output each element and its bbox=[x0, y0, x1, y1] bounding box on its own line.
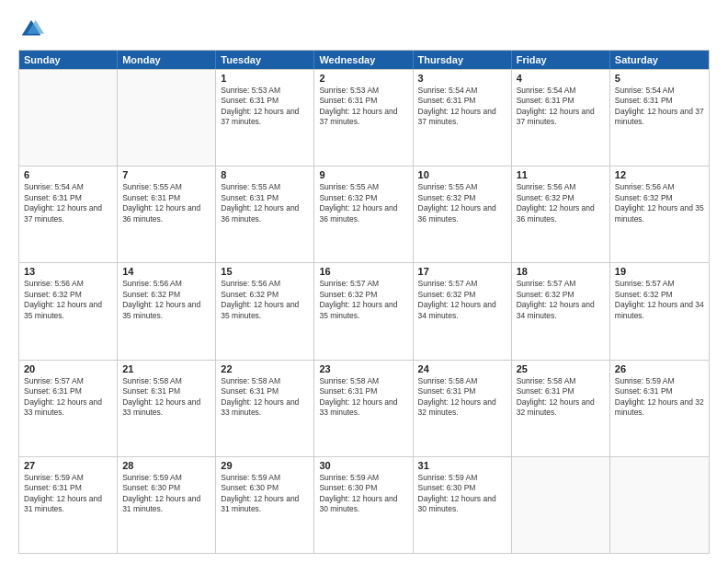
calendar-row-2: 13Sunrise: 5:56 AM Sunset: 6:32 PM Dayli… bbox=[19, 262, 709, 359]
header-day-monday: Monday bbox=[118, 51, 216, 69]
cell-day-number: 26 bbox=[615, 363, 704, 374]
cell-day-number: 31 bbox=[418, 460, 506, 471]
calendar-cell: 13Sunrise: 5:56 AM Sunset: 6:32 PM Dayli… bbox=[19, 263, 118, 359]
cell-day-number: 20 bbox=[24, 363, 112, 374]
cell-info: Sunrise: 5:53 AM Sunset: 6:31 PM Dayligh… bbox=[319, 86, 407, 128]
cell-day-number: 14 bbox=[122, 266, 210, 277]
calendar-cell: 24Sunrise: 5:58 AM Sunset: 6:31 PM Dayli… bbox=[414, 361, 512, 456]
cell-info: Sunrise: 5:58 AM Sunset: 6:31 PM Dayligh… bbox=[418, 376, 506, 419]
calendar-cell: 11Sunrise: 5:56 AM Sunset: 6:32 PM Dayli… bbox=[512, 167, 610, 262]
calendar-cell: 31Sunrise: 5:59 AM Sunset: 6:30 PM Dayli… bbox=[414, 457, 512, 553]
cell-day-number: 4 bbox=[517, 73, 605, 84]
cell-info: Sunrise: 5:54 AM Sunset: 6:31 PM Dayligh… bbox=[418, 86, 506, 128]
calendar-cell bbox=[118, 70, 216, 166]
cell-day-number: 12 bbox=[615, 169, 704, 180]
calendar-cell: 25Sunrise: 5:58 AM Sunset: 6:31 PM Dayli… bbox=[512, 361, 610, 456]
cell-day-number: 29 bbox=[221, 460, 309, 471]
calendar-cell: 22Sunrise: 5:58 AM Sunset: 6:31 PM Dayli… bbox=[216, 361, 314, 456]
calendar-cell: 3Sunrise: 5:54 AM Sunset: 6:31 PM Daylig… bbox=[414, 70, 512, 166]
calendar-body: 1Sunrise: 5:53 AM Sunset: 6:31 PM Daylig… bbox=[19, 69, 709, 553]
cell-info: Sunrise: 5:54 AM Sunset: 6:31 PM Dayligh… bbox=[615, 86, 704, 128]
calendar-cell: 28Sunrise: 5:59 AM Sunset: 6:30 PM Dayli… bbox=[118, 457, 216, 553]
cell-day-number: 30 bbox=[319, 460, 407, 471]
header-day-friday: Friday bbox=[512, 51, 610, 69]
calendar-cell: 7Sunrise: 5:55 AM Sunset: 6:31 PM Daylig… bbox=[118, 167, 216, 262]
cell-day-number: 27 bbox=[24, 460, 112, 471]
cell-day-number: 2 bbox=[319, 73, 407, 84]
logo-icon bbox=[18, 17, 44, 42]
cell-info: Sunrise: 5:55 AM Sunset: 6:32 PM Dayligh… bbox=[319, 182, 407, 224]
cell-day-number: 13 bbox=[24, 266, 112, 277]
cell-info: Sunrise: 5:55 AM Sunset: 6:32 PM Dayligh… bbox=[418, 182, 506, 224]
calendar-cell bbox=[610, 457, 709, 553]
cell-day-number: 17 bbox=[418, 266, 506, 277]
calendar-header: SundayMondayTuesdayWednesdayThursdayFrid… bbox=[19, 51, 709, 69]
calendar: SundayMondayTuesdayWednesdayThursdayFrid… bbox=[18, 50, 710, 554]
calendar-cell: 14Sunrise: 5:56 AM Sunset: 6:32 PM Dayli… bbox=[118, 263, 216, 359]
cell-info: Sunrise: 5:57 AM Sunset: 6:32 PM Dayligh… bbox=[418, 279, 506, 321]
calendar-cell: 23Sunrise: 5:58 AM Sunset: 6:31 PM Dayli… bbox=[314, 361, 413, 456]
calendar-cell: 12Sunrise: 5:56 AM Sunset: 6:32 PM Dayli… bbox=[610, 167, 709, 262]
calendar-cell: 4Sunrise: 5:54 AM Sunset: 6:31 PM Daylig… bbox=[512, 70, 610, 166]
calendar-cell: 21Sunrise: 5:58 AM Sunset: 6:31 PM Dayli… bbox=[118, 361, 216, 456]
header-day-wednesday: Wednesday bbox=[314, 51, 413, 69]
calendar-cell: 29Sunrise: 5:59 AM Sunset: 6:30 PM Dayli… bbox=[216, 457, 314, 553]
calendar-cell: 18Sunrise: 5:57 AM Sunset: 6:32 PM Dayli… bbox=[512, 263, 610, 359]
cell-info: Sunrise: 5:59 AM Sunset: 6:30 PM Dayligh… bbox=[122, 473, 210, 515]
cell-info: Sunrise: 5:57 AM Sunset: 6:32 PM Dayligh… bbox=[319, 279, 407, 321]
cell-day-number: 16 bbox=[319, 266, 407, 277]
calendar-cell bbox=[512, 457, 610, 553]
calendar-cell bbox=[19, 70, 118, 166]
cell-info: Sunrise: 5:54 AM Sunset: 6:31 PM Dayligh… bbox=[517, 86, 605, 128]
calendar-row-3: 20Sunrise: 5:57 AM Sunset: 6:31 PM Dayli… bbox=[19, 360, 709, 456]
cell-info: Sunrise: 5:56 AM Sunset: 6:32 PM Dayligh… bbox=[122, 279, 210, 321]
cell-day-number: 19 bbox=[615, 266, 704, 277]
page: SundayMondayTuesdayWednesdayThursdayFrid… bbox=[0, 0, 728, 563]
cell-info: Sunrise: 5:59 AM Sunset: 6:30 PM Dayligh… bbox=[221, 473, 309, 515]
cell-day-number: 8 bbox=[221, 169, 309, 180]
cell-info: Sunrise: 5:55 AM Sunset: 6:31 PM Dayligh… bbox=[122, 182, 210, 224]
calendar-row-4: 27Sunrise: 5:59 AM Sunset: 6:31 PM Dayli… bbox=[19, 456, 709, 553]
calendar-cell: 15Sunrise: 5:56 AM Sunset: 6:32 PM Dayli… bbox=[216, 263, 314, 359]
header-day-tuesday: Tuesday bbox=[216, 51, 314, 69]
calendar-cell: 19Sunrise: 5:57 AM Sunset: 6:32 PM Dayli… bbox=[610, 263, 709, 359]
calendar-cell: 2Sunrise: 5:53 AM Sunset: 6:31 PM Daylig… bbox=[314, 70, 413, 166]
calendar-cell: 26Sunrise: 5:59 AM Sunset: 6:31 PM Dayli… bbox=[610, 361, 709, 456]
calendar-cell: 16Sunrise: 5:57 AM Sunset: 6:32 PM Dayli… bbox=[314, 263, 413, 359]
cell-info: Sunrise: 5:58 AM Sunset: 6:31 PM Dayligh… bbox=[319, 376, 407, 419]
cell-day-number: 9 bbox=[319, 169, 407, 180]
cell-day-number: 25 bbox=[517, 363, 605, 374]
cell-day-number: 5 bbox=[615, 73, 704, 84]
calendar-cell: 30Sunrise: 5:59 AM Sunset: 6:30 PM Dayli… bbox=[314, 457, 413, 553]
cell-info: Sunrise: 5:56 AM Sunset: 6:32 PM Dayligh… bbox=[615, 182, 704, 224]
header-day-thursday: Thursday bbox=[414, 51, 512, 69]
calendar-cell: 5Sunrise: 5:54 AM Sunset: 6:31 PM Daylig… bbox=[610, 70, 709, 166]
cell-info: Sunrise: 5:53 AM Sunset: 6:31 PM Dayligh… bbox=[221, 86, 309, 128]
cell-day-number: 10 bbox=[418, 169, 506, 180]
cell-info: Sunrise: 5:59 AM Sunset: 6:30 PM Dayligh… bbox=[319, 473, 407, 515]
calendar-cell: 27Sunrise: 5:59 AM Sunset: 6:31 PM Dayli… bbox=[19, 457, 118, 553]
cell-day-number: 7 bbox=[122, 169, 210, 180]
calendar-cell: 20Sunrise: 5:57 AM Sunset: 6:31 PM Dayli… bbox=[19, 361, 118, 456]
cell-info: Sunrise: 5:55 AM Sunset: 6:31 PM Dayligh… bbox=[221, 182, 309, 224]
cell-info: Sunrise: 5:57 AM Sunset: 6:32 PM Dayligh… bbox=[517, 279, 605, 321]
calendar-cell: 10Sunrise: 5:55 AM Sunset: 6:32 PM Dayli… bbox=[414, 167, 512, 262]
calendar-row-0: 1Sunrise: 5:53 AM Sunset: 6:31 PM Daylig… bbox=[19, 69, 709, 166]
cell-info: Sunrise: 5:58 AM Sunset: 6:31 PM Dayligh… bbox=[517, 376, 605, 419]
cell-info: Sunrise: 5:57 AM Sunset: 6:32 PM Dayligh… bbox=[615, 279, 704, 321]
cell-day-number: 24 bbox=[418, 363, 506, 374]
header bbox=[18, 17, 710, 42]
cell-info: Sunrise: 5:56 AM Sunset: 6:32 PM Dayligh… bbox=[517, 182, 605, 224]
cell-day-number: 23 bbox=[319, 363, 407, 374]
calendar-cell: 8Sunrise: 5:55 AM Sunset: 6:31 PM Daylig… bbox=[216, 167, 314, 262]
cell-day-number: 1 bbox=[221, 73, 309, 84]
calendar-row-1: 6Sunrise: 5:54 AM Sunset: 6:31 PM Daylig… bbox=[19, 166, 709, 262]
cell-info: Sunrise: 5:59 AM Sunset: 6:31 PM Dayligh… bbox=[24, 473, 112, 515]
cell-info: Sunrise: 5:58 AM Sunset: 6:31 PM Dayligh… bbox=[122, 376, 210, 419]
header-day-saturday: Saturday bbox=[610, 51, 709, 69]
cell-day-number: 15 bbox=[221, 266, 309, 277]
calendar-cell: 1Sunrise: 5:53 AM Sunset: 6:31 PM Daylig… bbox=[216, 70, 314, 166]
header-day-sunday: Sunday bbox=[19, 51, 118, 69]
logo bbox=[18, 17, 48, 42]
cell-info: Sunrise: 5:56 AM Sunset: 6:32 PM Dayligh… bbox=[24, 279, 112, 321]
